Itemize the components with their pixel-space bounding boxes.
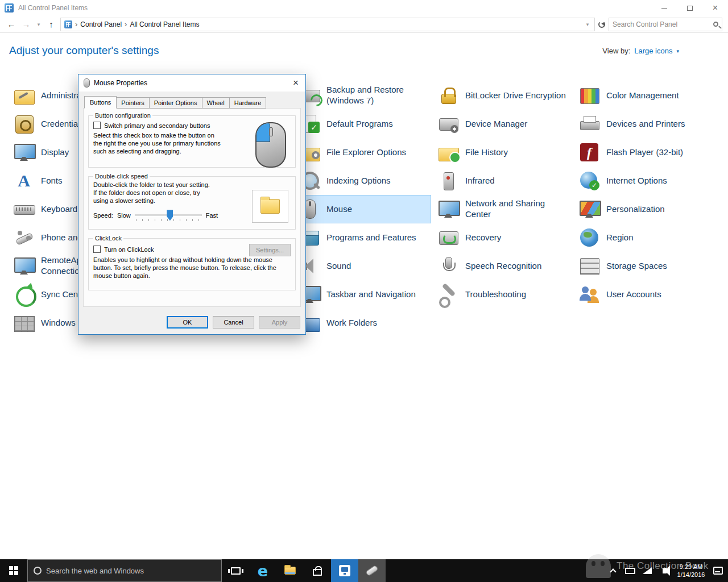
store-button[interactable]	[304, 559, 331, 582]
back-button[interactable]	[6, 19, 17, 29]
view-by-label: View by:	[602, 47, 630, 55]
mouse-properties-taskbar-button[interactable]	[358, 559, 386, 582]
control-panel-item[interactable]: Infrared	[433, 167, 570, 195]
control-panel-item[interactable]: BitLocker Drive Encryption	[433, 81, 570, 110]
minimize-button[interactable]	[651, 0, 677, 16]
control-panel-item-label: Administra	[41, 90, 81, 101]
touch-keyboard-button[interactable]	[623, 559, 637, 582]
control-panel-item[interactable]: Internet Options	[574, 167, 711, 195]
control-panel-item[interactable]: File History	[433, 138, 570, 167]
tab-hardware[interactable]: Hardware	[230, 97, 267, 109]
control-panel-item[interactable]: Taskbar and Navigation	[295, 280, 431, 309]
control-panel-item[interactable]: Speech Recognition	[433, 252, 570, 280]
dialog-tabs: ButtonsPointersPointer OptionsWheelHardw…	[84, 97, 266, 109]
control-panel-item[interactable]: Work Folders	[295, 309, 431, 337]
control-panel-item[interactable]: Programs and Features	[295, 223, 431, 252]
window-titlebar: All Control Panel Items	[0, 0, 728, 16]
control-panel-item[interactable]: Recovery	[433, 223, 570, 252]
refresh-button[interactable]	[598, 21, 605, 28]
control-panel-search[interactable]	[609, 18, 722, 31]
mouse-properties-dialog: Mouse Properties ButtonsPointersPointer …	[78, 74, 306, 335]
tab-pointer-options[interactable]: Pointer Options	[150, 97, 202, 109]
control-panel-item[interactable]: Color Management	[574, 81, 711, 110]
recovery-icon	[437, 226, 460, 249]
address-dropdown[interactable]	[584, 22, 591, 27]
control-panel-item[interactable]: Mouse	[295, 195, 431, 223]
control-panel-item-label: Infrared	[465, 176, 495, 186]
control-panel-item[interactable]: Network and Sharing Center	[433, 195, 570, 223]
window-controls	[651, 0, 728, 16]
taskbar-clock[interactable]: 9:29 AM 1/14/2016	[675, 563, 708, 579]
dialog-close-button[interactable]	[286, 74, 305, 92]
control-panel-item[interactable]: File Explorer Options	[295, 138, 431, 167]
maximize-icon	[687, 6, 693, 11]
breadcrumb-all-items[interactable]: All Control Panel Items	[130, 20, 199, 28]
mouse-illustration	[255, 122, 286, 168]
start-button[interactable]	[0, 559, 27, 582]
recent-pages-dropdown[interactable]	[35, 22, 42, 27]
control-panel-item[interactable]: Region	[574, 223, 711, 252]
tab-buttons[interactable]: Buttons	[84, 96, 117, 109]
taskbar-search-input[interactable]	[46, 567, 216, 575]
hidden-icons-button[interactable]	[606, 559, 620, 582]
windows-logo-icon	[9, 566, 18, 575]
maximize-button[interactable]	[677, 0, 702, 16]
clicklock-checkbox-row[interactable]: Turn on ClickLock	[93, 246, 154, 253]
page-title: Adjust your computer's settings	[9, 44, 159, 57]
address-bar[interactable]: Control Panel All Control Panel Items	[60, 18, 595, 31]
close-button[interactable]	[702, 0, 728, 16]
control-panel-item[interactable]: Storage Spaces	[574, 252, 711, 280]
clicklock-checkbox[interactable]	[93, 246, 101, 253]
control-panel-item-label: Mouse	[326, 204, 352, 215]
up-button[interactable]	[46, 19, 57, 29]
switch-buttons-checkbox[interactable]	[93, 122, 101, 129]
volume-button[interactable]	[657, 559, 671, 582]
cancel-button[interactable]: Cancel	[213, 316, 254, 329]
navigation-bar: Control Panel All Control Panel Items	[0, 16, 728, 33]
control-panel-taskbar-button[interactable]	[331, 559, 358, 582]
taskbar-search[interactable]	[27, 559, 222, 582]
control-panel-item[interactable]: Flash Player (32-bit)	[574, 138, 711, 167]
control-panel-item[interactable]: Personalization	[574, 195, 711, 223]
file-explorer-button[interactable]	[276, 559, 304, 582]
edge-button[interactable]	[249, 559, 276, 582]
double-click-test-area[interactable]	[252, 190, 288, 223]
control-panel-item-label: Storage Spaces	[606, 261, 667, 272]
control-panel-item[interactable]: User Accounts	[574, 280, 711, 309]
action-center-button[interactable]	[711, 559, 725, 582]
sync-center-icon	[13, 283, 35, 306]
control-panel-item[interactable]: Device Manager	[433, 110, 570, 138]
control-panel-item[interactable]: Indexing Options	[295, 167, 431, 195]
control-panel-item[interactable]: Devices and Printers	[574, 110, 711, 138]
task-view-button[interactable]	[222, 559, 249, 582]
window-title: All Control Panel Items	[18, 4, 88, 12]
store-icon	[313, 569, 322, 576]
windows-defender-icon	[13, 311, 35, 334]
search-input[interactable]	[613, 20, 711, 28]
dialog-titlebar[interactable]: Mouse Properties	[78, 74, 305, 92]
forward-button[interactable]	[20, 19, 32, 29]
control-panel-item[interactable]: Troubleshooting	[433, 280, 570, 309]
region-icon	[578, 226, 601, 249]
breadcrumb-control-panel[interactable]: Control Panel	[80, 20, 122, 28]
action-center-icon	[713, 567, 723, 575]
control-panel-item[interactable]: Default Programs	[295, 110, 431, 138]
apply-button: Apply	[259, 316, 300, 329]
network-button[interactable]	[640, 559, 654, 582]
control-panel-item-label: Color Management	[606, 90, 679, 101]
control-panel-item-label: Devices and Printers	[606, 119, 685, 130]
tab-pointers[interactable]: Pointers	[117, 97, 149, 109]
clicklock-group: ClickLock Turn on ClickLock Settings... …	[88, 235, 296, 290]
tab-wheel[interactable]: Wheel	[202, 97, 230, 109]
taskbar: 9:29 AM 1/14/2016	[0, 559, 728, 582]
control-panel-item[interactable]: Backup and Restore (Windows 7)	[295, 81, 431, 110]
display-icon	[13, 141, 35, 164]
view-by-value[interactable]: Large icons	[634, 47, 672, 55]
remoteapp-icon	[13, 255, 35, 277]
control-panel-item-label: Programs and Features	[326, 232, 416, 243]
ok-button[interactable]: OK	[167, 316, 208, 329]
double-click-speed-slider[interactable]	[135, 209, 202, 222]
devices-and-printers-icon	[578, 113, 601, 135]
chevron-down-icon[interactable]	[676, 48, 679, 54]
control-panel-item[interactable]: Sound	[295, 252, 431, 280]
